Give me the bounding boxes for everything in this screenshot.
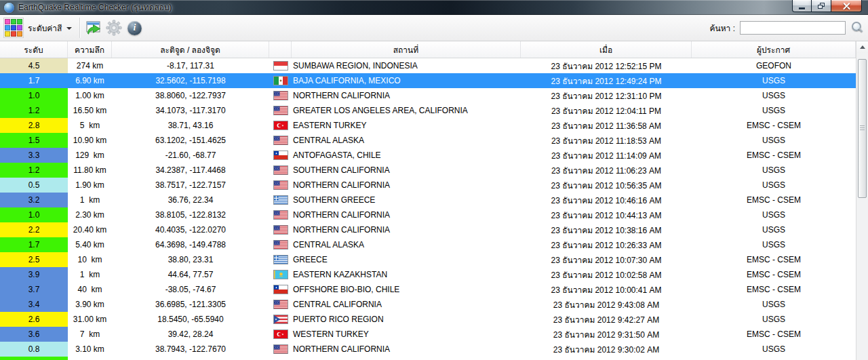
info-button[interactable]: i [124, 17, 144, 39]
table-row[interactable]: 2.631.00 km18.5450, -65.5940PUERTO RICO … [0, 312, 856, 327]
globe-app-icon [4, 3, 14, 13]
when-cell: 23 ธันวาคม 2012 9:30:02 AM [521, 342, 692, 357]
table-row[interactable]: 2.510 km38.80, 23.31GREECE23 ธันวาคม 201… [0, 252, 856, 267]
location-cell: ANTOFAGASTA, CHILE [292, 148, 521, 163]
when-cell: 23 ธันวาคม 2012 10:26:33 AM [521, 237, 692, 252]
table-row[interactable]: 0.83.10 km38.7943, -122.7670NORTHERN CAL… [0, 342, 856, 357]
settings-gear-icon [106, 20, 122, 36]
location-cell: EASTERN TURKEY [292, 118, 521, 133]
color-scale-dropdown[interactable]: ระดับค่าสี [3, 17, 76, 39]
turkey-flag-icon [274, 330, 288, 338]
depth-cell: 3.90 km [68, 297, 112, 312]
latlong-cell: 63.1202, -151.4625 [112, 133, 269, 148]
depth-cell: 20.40 km [68, 222, 112, 237]
depth-cell: 10 km [68, 252, 112, 267]
table-row[interactable]: 3.21 km36.76, 22.34SOUTHERN GREECE23 ธัน… [0, 193, 856, 207]
table-row[interactable]: 3.91 km44.64, 77.57EASTERN KAZAKHSTAN23 … [0, 267, 856, 282]
table-row[interactable]: 1.216.50 km34.1073, -117.3170GREATER LOS… [0, 103, 856, 118]
table-row[interactable]: 1.211.80 km34.2387, -117.4468SOUTHERN CA… [0, 163, 856, 178]
table-row[interactable]: 1.510.90 km63.1202, -151.4625CENTRAL ALA… [0, 133, 856, 148]
table-row[interactable]: 2.220.40 km40.4035, -122.0270NORTHERN CA… [0, 222, 856, 237]
source-cell: EMSC - CSEM [692, 252, 856, 267]
export-button[interactable] [83, 17, 104, 39]
when-cell: 23 ธันวาคม 2012 11:14:09 AM [521, 148, 692, 163]
magnitude-cell: 2.5 [0, 252, 68, 267]
column-header-when[interactable]: เมื่อ [521, 41, 692, 58]
location-cell: NORTHERN CALIFORNIA [292, 88, 521, 103]
depth-cell: 11.80 km [68, 163, 112, 178]
when-cell: 23 ธันวาคม 2012 10:02:58 AM [521, 267, 692, 282]
flag-cell [269, 58, 292, 73]
settings-button[interactable] [104, 17, 124, 39]
when-cell: 23 ธันวาคม 2012 12:31:10 PM [521, 88, 692, 103]
magnitude-cell: 0.8 [0, 342, 68, 357]
minimize-button[interactable] [792, 0, 812, 12]
usa-flag-icon [274, 211, 288, 219]
when-cell: 23 ธันวาคม 2012 12:49:24 PM [521, 73, 692, 88]
column-header-magnitude[interactable]: ระดับ [0, 41, 68, 58]
depth-cell: 1 km [68, 193, 112, 207]
table-row[interactable]: 1.75.40 km64.3698, -149.4788CENTRAL ALAS… [0, 237, 856, 252]
column-header-flag[interactable] [269, 41, 292, 58]
table-row[interactable]: 3.43.90 km36.6985, -121.3305CENTRAL CALI… [0, 297, 856, 312]
column-header-location[interactable]: สถานที่ [292, 41, 521, 58]
scroll-up-button[interactable] [856, 41, 868, 53]
magnitude-cell: 1.7 [0, 73, 68, 88]
minimize-icon [799, 7, 805, 9]
restore-icon [818, 3, 825, 9]
latlong-cell: 32.5602, -115.7198 [112, 73, 269, 88]
table-row[interactable]: 2.85 km38.71, 43.16EASTERN TURKEY23 ธันว… [0, 118, 856, 133]
location-cell: SUMBAWA REGION, INDONESIA [292, 58, 521, 73]
flag-cell [269, 312, 292, 327]
when-cell: 23 ธันวาคม 2012 12:04:11 PM [521, 103, 692, 118]
column-header-depth[interactable]: ความลึก [68, 41, 112, 58]
latlong-cell: 36.6985, -121.3305 [112, 297, 269, 312]
column-header-source[interactable]: ผู้ประกาศ [692, 41, 856, 58]
table-row[interactable]: 1.01.00 km38.8060, -122.7937NORTHERN CAL… [0, 88, 856, 103]
maximize-button[interactable] [812, 0, 831, 12]
column-header-latlong[interactable]: ละติจูด / ลองจิจูด [112, 41, 269, 58]
latlong-cell: -8.17, 117.31 [112, 58, 269, 73]
search-input[interactable] [740, 21, 846, 35]
table-row[interactable]: 0.51.90 km38.7517, -122.7157NORTHERN CAL… [0, 178, 856, 193]
table-row[interactable]: 1.02.30 km38.8105, -122.8132NORTHERN CAL… [0, 207, 856, 222]
table-row[interactable]: 1.76.90 km32.5602, -115.7198BAJA CALIFOR… [0, 73, 856, 88]
when-cell: 23 ธันวาคม 2012 9:31:50 AM [521, 327, 692, 342]
scrollbar-thumb[interactable] [858, 59, 867, 198]
location-cell: GREATER LOS ANGELES AREA, CALIFORNIA [292, 103, 521, 118]
source-cell: EMSC - CSEM [692, 327, 856, 342]
magnitude-cell: 3.3 [0, 148, 68, 163]
latlong-cell: 38.8060, -122.7937 [112, 88, 269, 103]
depth-cell: 274 km [68, 58, 112, 73]
table-row[interactable]: 4.5274 km-8.17, 117.31SUMBAWA REGION, IN… [0, 58, 856, 73]
flag-cell [269, 88, 292, 103]
table-row[interactable]: 3.3129 km-21.60, -68.77ANTOFAGASTA, CHIL… [0, 148, 856, 163]
table-body: 4.5274 km-8.17, 117.31SUMBAWA REGION, IN… [0, 58, 856, 360]
magnitude-cell: 0.5 [0, 178, 68, 193]
magnitude-cell: 1.0 [0, 88, 68, 103]
latlong-cell: 34.1073, -117.3170 [112, 103, 269, 118]
close-button[interactable] [831, 0, 862, 12]
source-cell: USGS [692, 237, 856, 252]
location-cell: PUERTO RICO REGION [292, 312, 521, 327]
table-header: ระดับความลึกละติจูด / ลองจิจูดสถานที่เมื… [0, 41, 856, 58]
source-cell: USGS [692, 103, 856, 118]
latlong-cell: 38.80, 23.31 [112, 252, 269, 267]
latlong-cell: 44.64, 77.57 [112, 267, 269, 282]
magnitude-cell: 2.2 [0, 222, 68, 237]
color-grid-icon [4, 18, 23, 37]
vertical-scrollbar[interactable] [856, 41, 868, 360]
location-cell: WESTERN TURKEY [292, 327, 521, 342]
search-label: ค้นหา : [709, 22, 735, 35]
flag-cell [269, 342, 292, 357]
scrollbar-grip-icon [860, 125, 865, 132]
when-cell: 23 ธันวาคม 2012 10:44:13 AM [521, 207, 692, 222]
info-icon: i [127, 21, 142, 35]
flag-cell [269, 103, 292, 118]
magnifier-icon[interactable] [850, 20, 864, 35]
table-row[interactable]: 3.67 km39.42, 28.24WESTERN TURKEY23 ธันว… [0, 327, 856, 342]
magnitude-cell: 3.4 [0, 297, 68, 312]
table-row[interactable]: 3.740 km-38.05, -74.67OFFSHORE BIO-BIO, … [0, 282, 856, 297]
window-title: EarthQuake Realtime Checker (รุ่นทดสอบ) [18, 0, 172, 15]
location-cell: NORTHERN CALIFORNIA [292, 342, 521, 357]
